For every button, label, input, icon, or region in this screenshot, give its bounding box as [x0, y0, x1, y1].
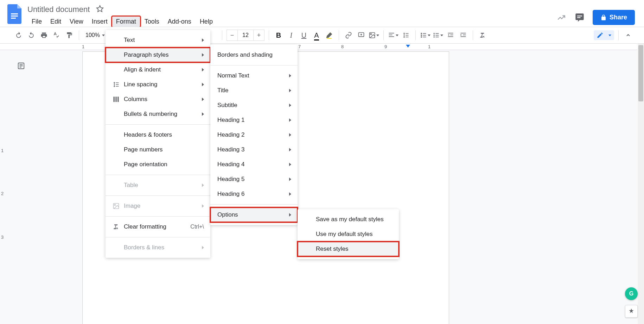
underline-button[interactable]: U [299, 30, 309, 40]
pstyle-borders-shading[interactable]: Borders and shading [210, 48, 298, 62]
redo-button[interactable] [26, 30, 37, 40]
pstyle-heading-1[interactable]: Heading 1 [210, 113, 298, 127]
vertical-scrollbar[interactable] [638, 44, 644, 324]
clear-format-button[interactable] [477, 30, 488, 40]
line-spacing-button[interactable] [401, 30, 411, 40]
format-headers-footers[interactable]: Headers & footers [106, 127, 210, 142]
format-line-spacing[interactable]: Line spacing [106, 77, 210, 92]
vertical-ruler[interactable]: 1 2 3 [1, 61, 6, 324]
svg-point-10 [370, 33, 371, 35]
grammarly-icon[interactable]: G [625, 287, 638, 300]
pstyle-normal-text[interactable]: Normal Text [210, 68, 298, 83]
chevron-right-icon [289, 118, 291, 122]
svg-rect-17 [423, 35, 426, 36]
svg-point-24 [433, 36, 434, 37]
pstyle-heading-4[interactable]: Heading 4 [210, 157, 298, 172]
font-size-decrease[interactable]: − [227, 30, 238, 41]
document-title[interactable]: Untitled document [27, 5, 90, 14]
insert-image-button[interactable] [369, 30, 379, 40]
pstyle-heading-2[interactable]: Heading 2 [210, 127, 298, 142]
menu-insert[interactable]: Insert [88, 16, 112, 27]
menu-divider [210, 65, 298, 66]
explore-button[interactable] [625, 305, 638, 318]
format-image[interactable]: Image [106, 199, 210, 213]
font-size-increase[interactable]: + [253, 30, 264, 41]
highlight-button[interactable] [324, 30, 334, 40]
canvas-scroll[interactable]: 1 7 8 9 1 1 2 3 [0, 44, 644, 324]
comments-icon[interactable] [574, 12, 585, 23]
format-bullets-numbering[interactable]: Bullets & numbering [106, 107, 210, 122]
svg-rect-16 [421, 35, 422, 36]
font-size-value[interactable]: 12 [238, 30, 253, 41]
doc-title-row: Untitled document [27, 4, 556, 15]
format-page-orientation[interactable]: Page orientation [106, 157, 210, 172]
activity-icon[interactable] [556, 12, 567, 23]
chevron-down-icon [376, 35, 379, 36]
editing-mode-button[interactable] [594, 30, 614, 40]
separator [473, 30, 473, 40]
link-button[interactable] [343, 30, 354, 40]
menu-file[interactable]: File [27, 16, 46, 27]
menu-tools[interactable]: Tools [140, 16, 164, 27]
menu-help[interactable]: Help [196, 16, 217, 27]
format-align-indent[interactable]: Align & indent [106, 62, 210, 77]
star-icon[interactable] [96, 5, 104, 14]
spellcheck-button[interactable] [51, 30, 62, 40]
chevron-up-button[interactable] [623, 30, 633, 40]
bold-button[interactable]: B [273, 30, 284, 40]
format-text[interactable]: Text [106, 33, 210, 48]
options-save-default[interactable]: Save as my default styles [298, 212, 399, 227]
pstyle-title[interactable]: Title [210, 83, 298, 98]
chevron-right-icon [289, 74, 291, 77]
svg-rect-29 [460, 33, 466, 33]
zoom-dropdown[interactable]: 100% [83, 32, 107, 38]
scrollbar-thumb[interactable] [638, 45, 643, 101]
format-page-numbers[interactable]: Page numbers [106, 142, 210, 157]
chevron-right-icon [289, 213, 291, 217]
share-button[interactable]: Share [593, 10, 635, 25]
font-size-stepper[interactable]: − 12 + [227, 30, 264, 41]
horizontal-ruler[interactable]: 1 7 8 9 1 [0, 44, 644, 50]
italic-button[interactable]: I [286, 30, 297, 40]
svg-marker-3 [97, 6, 103, 12]
canvas-area: 1 7 8 9 1 1 2 3 G [0, 44, 644, 324]
svg-point-22 [433, 35, 434, 36]
chevron-right-icon [202, 246, 204, 249]
menu-view[interactable]: View [65, 16, 88, 27]
format-clear-formatting[interactable]: Clear formatting Ctrl+\ [106, 219, 210, 234]
text-color-button[interactable]: A [311, 30, 322, 40]
outdent-button[interactable] [445, 30, 456, 40]
menu-addons[interactable]: Add-ons [164, 16, 196, 27]
zoom-value: 100% [85, 32, 100, 38]
options-reset-styles[interactable]: Reset styles [298, 242, 399, 256]
format-paragraph-styles[interactable]: Paragraph styles [106, 48, 210, 62]
svg-rect-36 [114, 97, 115, 102]
pstyle-options[interactable]: Options [210, 207, 298, 222]
format-borders-lines[interactable]: Borders & lines [106, 240, 210, 255]
pstyle-heading-5[interactable]: Heading 5 [210, 172, 298, 187]
align-button[interactable] [388, 30, 398, 40]
checklist-button[interactable] [420, 30, 431, 40]
paint-format-button[interactable] [64, 30, 75, 40]
pstyle-subtitle[interactable]: Subtitle [210, 98, 298, 113]
bulleted-list-button[interactable] [433, 30, 443, 40]
pstyle-heading-3[interactable]: Heading 3 [210, 142, 298, 157]
print-button[interactable] [39, 30, 49, 40]
separator [618, 30, 619, 40]
pstyle-heading-6[interactable]: Heading 6 [210, 187, 298, 201]
docs-logo[interactable] [6, 4, 24, 25]
clear-format-icon [113, 223, 124, 230]
header: Untitled document File Edit View Insert … [0, 0, 644, 27]
document-outline-button[interactable] [16, 61, 26, 71]
indent-marker-icon[interactable] [406, 45, 410, 48]
format-table[interactable]: Table [106, 178, 210, 193]
add-comment-button[interactable] [356, 30, 366, 40]
menu-divider [210, 204, 298, 205]
options-use-default[interactable]: Use my default styles [298, 227, 399, 242]
indent-button[interactable] [458, 30, 468, 40]
menu-format[interactable]: Format [112, 16, 140, 27]
svg-rect-14 [421, 33, 422, 34]
menu-edit[interactable]: Edit [46, 16, 65, 27]
undo-button[interactable] [13, 30, 24, 40]
format-columns[interactable]: Columns [106, 92, 210, 107]
